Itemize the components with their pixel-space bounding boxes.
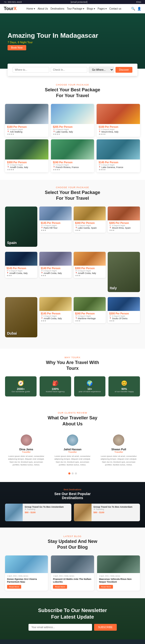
dot-3[interactable] [75, 472, 77, 474]
search-destination[interactable] [13, 67, 49, 73]
stat-label: of our traveller happy [111, 390, 137, 393]
dest-small-card[interactable]: $340 Per Person ⏱ 3 Days/4 Night Lake Ga… [74, 207, 106, 233]
small-rating: ★★★ [41, 229, 70, 231]
dest-small-card[interactable]: $145 Per Person ⏱ 3 Days/4 Night Amalfi … [5, 252, 37, 278]
dot-2[interactable] [72, 472, 74, 474]
dest-small-card[interactable]: $145 Per Person ⏱ 3 Days/4 Night Amalfi … [39, 297, 72, 323]
stat-happy: 😊 90% of our traveller happy [108, 376, 140, 396]
packages-section: Choose Your Package Select Your Best Pac… [0, 76, 145, 180]
blog-title-text: Maecenas Vehicula Risus Non Neque Tincid… [99, 578, 138, 584]
user-icon[interactable]: 👤 [137, 7, 141, 11]
dest-small-card[interactable]: $300 Per Person ⏱ 3 Days/4 Night Amalfi … [74, 252, 106, 278]
dot-1[interactable] [68, 472, 70, 474]
small-rating: ★★★ [109, 320, 138, 322]
blog-title-text: Donec Egestas Orci Viverra Parmentum Nia… [7, 578, 46, 584]
dest-small-card[interactable]: $145 Per Person ⏱ 3 Days/4 Night Paris H… [39, 207, 72, 233]
spain-featured[interactable]: Spain [5, 207, 37, 247]
dest-banner-card-info: Group Travel Go To Beo Amsterdam ✈ Trave… [23, 504, 66, 521]
topbar-phone: +1: 333-921-4443 [4, 1, 22, 3]
package-card[interactable]: $205 Per Person ⏱ 3 Days/4 Night Lake Ga… [51, 104, 94, 137]
nav-packages[interactable]: Tour Package ▾ [67, 7, 84, 10]
blog-date: 1 April, 2021 [7, 575, 17, 577]
nav-blogs[interactable]: Blogs ▾ [87, 7, 95, 10]
small-price: $340 Per Person [75, 222, 104, 224]
small-price: $300 Per Person [75, 267, 104, 270]
nav-destinations[interactable]: Destinations [50, 7, 64, 10]
pkg-price: $180 Per Person [7, 126, 46, 128]
avatar [67, 434, 78, 446]
small-loc: Maritime Heritage [75, 317, 104, 320]
blog-img-2 [51, 555, 94, 573]
hero-cta-button[interactable]: Book Now [8, 45, 26, 50]
search-icon[interactable]: 🔍 [131, 7, 135, 11]
dest-banner-title: See Our Best PopularDestinations [5, 492, 140, 500]
small-duration: ⏱ 3 Days/4 Night [41, 270, 70, 272]
packages-tag: Choose Your Package [5, 84, 140, 86]
packages-grid: $180 Per Person ⏱ 3 Days/4 Night Arik Wa… [5, 104, 140, 172]
nav-logo[interactable]: TourX [4, 6, 17, 11]
blog-img-3 [97, 555, 140, 573]
package-card[interactable]: $240 Per Person ⏱ 3 Days/4 Night French … [51, 139, 94, 172]
package-card[interactable]: $145 Per Person ⏱ 3 Days/4 Night Lake Ge… [97, 139, 140, 172]
nav-about[interactable]: About Us [38, 7, 48, 10]
package-card[interactable]: $300 Per Person ⏱ 3 Days/4 Night Amalfi … [5, 139, 48, 172]
reviewer-name: Dina Jems [8, 448, 45, 451]
smile-icon: 😊 [111, 380, 137, 386]
packages-title: Select Your Best PackageFor Your Travel [5, 87, 140, 99]
blog-tag: Latest Blog [5, 535, 140, 538]
search-select[interactable]: Go Where... [89, 67, 114, 73]
search-checkin[interactable] [51, 67, 87, 73]
review-text: Lorem ipsum dolor sit amet, consectetur … [54, 455, 91, 466]
blog-title: Stay Updated And NewPost Our Blog [5, 539, 140, 550]
dest-small-card[interactable]: $305 Per Person ⏱ 3 Days/4 Night Mount E… [108, 207, 140, 233]
read-more-button[interactable]: Read More [99, 585, 113, 589]
testimonial-card: Jahid Hassan Traveller Lorem ipsum dolor… [51, 432, 94, 469]
dest-tag: Choose Your Package [5, 186, 140, 189]
dest-small-card[interactable]: $240 Per Person ⏱ 3 Days/4 Night Maritim… [74, 297, 106, 323]
pkg-rating: ★★★★ [7, 133, 46, 135]
pkg-location: Arik Walking [7, 131, 46, 133]
nav-home[interactable]: Home ▾ [26, 7, 35, 10]
package-card[interactable]: $100 Per Person ⏱ 3 Days/4 Night Mount E… [97, 104, 140, 137]
small-rating: ★★★ [41, 274, 70, 277]
dest-banner-card[interactable]: Group Travel Go To Beo Amsterdam ✈ Trave… [5, 504, 71, 521]
dest-title: Select Your Best PackageFor Your Travel [5, 190, 140, 202]
read-more-button[interactable]: Read More [53, 585, 67, 589]
backpack-icon: 🎒 [42, 380, 69, 386]
dubai-featured[interactable]: Dubai [5, 297, 37, 337]
nav-pages[interactable]: Pages ▾ [98, 7, 107, 10]
blog-section: Latest Blog Stay Updated And NewPost Our… [0, 528, 145, 598]
pkg-rating: ★★★★ [99, 169, 138, 171]
blog-grid: 1 April, 2021 • Delta James Donec Egesta… [5, 555, 140, 591]
globe-icon: 🌍 [77, 380, 103, 386]
testimonials-section: Our Clients Review What Our Traveller Sa… [0, 404, 145, 482]
reviewer-title: Traveller [8, 451, 45, 453]
package-card[interactable]: $180 Per Person ⏱ 3 Days/4 Night Arik Wa… [5, 104, 48, 137]
blog-author: Delta James [65, 575, 74, 577]
dest-banner-card[interactable]: Group Travel Go To Beo Amsterdam ✈ Trave… [74, 504, 140, 521]
navbar: TourX Home ▾ About Us Destinations Tour … [0, 4, 145, 13]
pkg-location: French Riviera, France [53, 166, 92, 169]
amsterdam2-img [74, 504, 92, 521]
pkg-price: $145 Per Person [99, 161, 138, 164]
small-duration: ⏱ 3 Days/4 Night [41, 224, 70, 227]
small-price: $240 Per Person [75, 312, 104, 315]
newsletter-submit-button[interactable]: SUBSCRIBE [94, 624, 117, 631]
dest-card-title: Group Travel Go To Beo Amsterdam [94, 506, 133, 508]
italy-featured[interactable]: Italy [108, 252, 140, 292]
small-rating: ★★★ [109, 229, 138, 231]
small-loc: Amalfi Costa, Italy [75, 272, 104, 274]
small-price: $140 Per Person [41, 267, 70, 270]
newsletter-email-input[interactable] [28, 624, 92, 631]
nav-contact[interactable]: Contact us [109, 7, 121, 10]
dest-small-card[interactable]: $140 Per Person ⏱ 3 Days/4 Night Amalfi … [39, 252, 72, 278]
dest-small-card[interactable]: $300 Per Person ⏱ 3 Days/4 Night Souks O… [108, 297, 140, 323]
stat-experience: 🌍 10+ year of travel experience [74, 376, 106, 396]
small-price: $145 Per Person [41, 222, 70, 224]
read-more-button[interactable]: Read More [7, 585, 21, 589]
search-button[interactable]: Discover [115, 67, 132, 73]
dest-card-price: $80 - $100 [25, 511, 64, 514]
newsletter-form: SUBSCRIBE [28, 624, 117, 631]
pkg-duration: ⏱ 3 Days/4 Night [99, 128, 138, 131]
blog-info: 1 April, 2021 • Delta James Maecenas Veh… [97, 573, 140, 591]
